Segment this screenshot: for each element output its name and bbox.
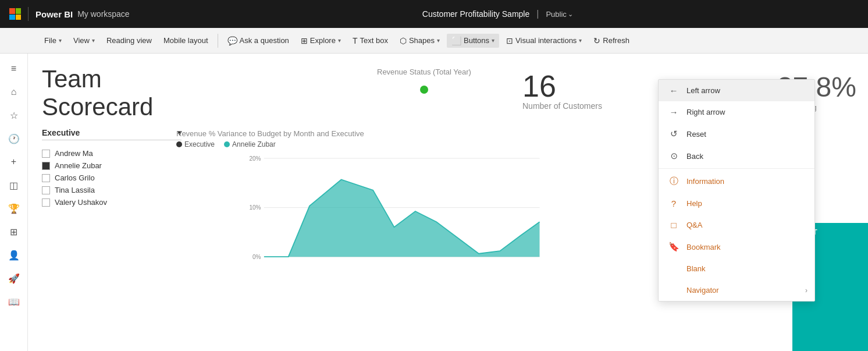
main-layout: ≡ ⌂ ☆ 🕐 + ◫ 🏆 ⊞ 👤 🚀 📖 Team Scorecard Exe… bbox=[0, 54, 868, 351]
report-title-header: Customer Profitability Sample bbox=[422, 9, 529, 19]
left-panel: Team Scorecard Executive ▾ Andrew Ma Ann… bbox=[42, 65, 182, 208]
num-customers-value: 16 bbox=[522, 71, 602, 101]
navigator-label: Navigator bbox=[686, 286, 719, 295]
exec-list: Andrew Ma Annelie Zubar Carlos Grilo Tin… bbox=[42, 147, 182, 208]
sidebar-people[interactable]: 👤 bbox=[3, 244, 24, 265]
blank-label: Blank bbox=[686, 264, 706, 273]
shapes-arrow: ▾ bbox=[437, 37, 440, 44]
num-customers-block: 16 Number of Customers bbox=[522, 71, 602, 111]
sidebar-learn[interactable]: 🏆 bbox=[3, 198, 24, 219]
exec-item-4[interactable]: Valery Ushakov bbox=[42, 196, 182, 208]
sidebar: ≡ ⌂ ☆ 🕐 + ◫ 🏆 ⊞ 👤 🚀 📖 bbox=[0, 54, 28, 351]
reading-view-btn[interactable]: Reading view bbox=[102, 34, 156, 47]
buttons-btn[interactable]: ⬜ Buttons ▾ bbox=[447, 34, 499, 48]
exec-name-2: Carlos Grilo bbox=[55, 173, 95, 182]
exec-checkbox-4[interactable] bbox=[42, 198, 50, 207]
mobile-layout-btn[interactable]: Mobile layout bbox=[159, 34, 213, 47]
exec-item-1[interactable]: Annelie Zubar bbox=[42, 159, 182, 172]
file-label: File bbox=[44, 36, 56, 45]
chart-area: Revenue % Variance to Budget by Month an… bbox=[176, 129, 612, 339]
mobile-layout-label: Mobile layout bbox=[163, 36, 208, 45]
ask-question-btn[interactable]: 💬 Ask a question bbox=[223, 34, 294, 48]
dropdown-right-arrow[interactable]: → Right arrow bbox=[659, 101, 814, 123]
refresh-btn[interactable]: ↻ Refresh bbox=[589, 34, 634, 48]
left-arrow-label: Left arrow bbox=[686, 86, 720, 95]
legend-dot-annelie bbox=[224, 141, 230, 147]
explore-btn[interactable]: ⊞ Explore ▾ bbox=[296, 34, 346, 48]
exec-checkbox-0[interactable] bbox=[42, 150, 50, 158]
dropdown-divider-1 bbox=[659, 168, 814, 169]
shapes-icon: ⬡ bbox=[400, 36, 407, 45]
microsoft-logo bbox=[9, 8, 21, 20]
dropdown-left-arrow[interactable]: ← Left arrow bbox=[659, 80, 814, 101]
legend-annelie: Annelie Zubar bbox=[224, 140, 276, 148]
navigator-icon bbox=[668, 285, 680, 295]
sidebar-goals[interactable]: 🚀 bbox=[3, 268, 24, 289]
sidebar-favorites[interactable]: ☆ bbox=[3, 105, 24, 126]
dropdown-blank[interactable]: Blank bbox=[659, 258, 814, 279]
buttons-label: Buttons bbox=[464, 36, 489, 45]
scorecard-title: Team Scorecard bbox=[42, 65, 182, 121]
dropdown-help[interactable]: ? Help bbox=[659, 193, 814, 214]
ask-question-label: Ask a question bbox=[240, 36, 289, 45]
toolbar-sep-1 bbox=[218, 34, 218, 48]
topbar-public-btn[interactable]: Public bbox=[546, 10, 572, 19]
revenue-status: Revenue Status (Total Year) bbox=[377, 68, 471, 94]
bookmark-label: Bookmark bbox=[686, 243, 721, 251]
view-menu[interactable]: View ▾ bbox=[69, 34, 99, 47]
exec-item-3[interactable]: Tina Lassila bbox=[42, 184, 182, 196]
qa-label: Q&A bbox=[686, 221, 702, 229]
dropdown-bookmark[interactable]: 🔖 Bookmark bbox=[659, 236, 814, 258]
dropdown-information[interactable]: ⓘ Information bbox=[659, 170, 814, 193]
legend-dot-executive bbox=[176, 141, 182, 147]
visual-interactions-btn[interactable]: ⊡ Visual interactions ▾ bbox=[501, 34, 586, 48]
sidebar-workspaces[interactable]: ⊞ bbox=[3, 221, 24, 242]
visual-interactions-arrow: ▾ bbox=[579, 37, 582, 44]
dropdown-qa[interactable]: □ Q&A bbox=[659, 214, 814, 236]
textbox-btn[interactable]: T Text box bbox=[348, 34, 393, 48]
sidebar-hamburger[interactable]: ≡ bbox=[3, 58, 24, 79]
revenue-status-label: Revenue Status (Total Year) bbox=[377, 68, 471, 76]
explore-icon: ⊞ bbox=[301, 36, 308, 45]
reset-icon: ↺ bbox=[668, 129, 680, 139]
bookmark-icon: 🔖 bbox=[668, 242, 680, 252]
dropdown-navigator[interactable]: Navigator › bbox=[659, 279, 814, 301]
sidebar-recent[interactable]: 🕐 bbox=[3, 128, 24, 149]
sidebar-home[interactable]: ⌂ bbox=[3, 81, 24, 102]
sidebar-open[interactable]: 📖 bbox=[3, 291, 24, 312]
buttons-icon: ⬜ bbox=[451, 36, 461, 45]
buttons-arrow: ▾ bbox=[492, 37, 495, 44]
exec-item-0[interactable]: Andrew Ma bbox=[42, 147, 182, 159]
workspace-label[interactable]: My workspace bbox=[77, 9, 129, 19]
logo-green bbox=[16, 8, 22, 14]
content-area: Team Scorecard Executive ▾ Andrew Ma Ann… bbox=[28, 54, 868, 351]
shapes-btn[interactable]: ⬡ Shapes ▾ bbox=[395, 34, 444, 48]
executive-dropdown[interactable]: Executive ▾ bbox=[42, 126, 182, 140]
topbar-brand: Power BI My workspace bbox=[9, 7, 130, 21]
exec-checkbox-3[interactable] bbox=[42, 186, 50, 194]
refresh-icon: ↻ bbox=[593, 36, 600, 45]
exec-item-2[interactable]: Carlos Grilo bbox=[42, 172, 182, 184]
right-arrow-icon: → bbox=[668, 107, 680, 117]
legend-executive: Executive bbox=[176, 140, 215, 148]
dropdown-back[interactable]: ⊙ Back bbox=[659, 145, 814, 167]
information-label: Information bbox=[686, 177, 724, 186]
sidebar-create[interactable]: + bbox=[3, 151, 24, 172]
exec-checkbox-2[interactable] bbox=[42, 174, 50, 182]
logo-yellow bbox=[16, 15, 22, 20]
topbar-pipe: | bbox=[536, 9, 539, 19]
information-icon: ⓘ bbox=[668, 176, 680, 187]
legend-label-annelie: Annelie Zubar bbox=[232, 140, 276, 148]
dropdown-reset[interactable]: ↺ Reset bbox=[659, 123, 814, 145]
chart-legend: Executive Annelie Zubar bbox=[176, 140, 612, 148]
svg-text:20%: 20% bbox=[249, 155, 261, 162]
sidebar-apps[interactable]: ◫ bbox=[3, 175, 24, 196]
refresh-label: Refresh bbox=[603, 36, 629, 45]
chart-svg: 20% 10% 0% bbox=[176, 153, 612, 270]
help-icon: ? bbox=[668, 198, 680, 208]
revenue-dot-container bbox=[377, 86, 471, 94]
num-customers-label: Number of Customers bbox=[522, 101, 602, 111]
chart-title: Revenue % Variance to Budget by Month an… bbox=[176, 129, 612, 138]
file-menu[interactable]: File ▾ bbox=[40, 34, 66, 47]
exec-checkbox-1[interactable] bbox=[42, 162, 50, 170]
